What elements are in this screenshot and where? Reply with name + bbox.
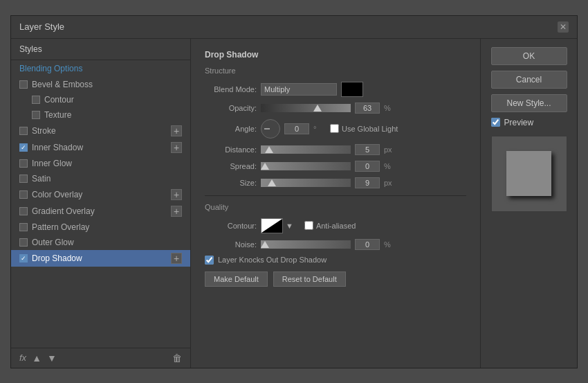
layer-item-inner-shadow-left: ✓ Inner Shadow [19,143,83,152]
layer-item-inner-glow[interactable]: Inner Glow [11,156,190,171]
add-gradient-overlay-button[interactable]: + [171,206,182,217]
preview-label: Preview [504,118,534,127]
layer-item-contour-left: Contour [32,95,74,105]
ok-button[interactable]: OK [491,47,567,65]
preview-checkbox-row[interactable]: Preview [491,118,567,127]
move-down-icon[interactable]: ▼ [47,353,57,364]
layer-item-color-overlay[interactable]: Color Overlay + [11,186,190,203]
layer-item-color-overlay-left: Color Overlay [19,190,82,199]
checkbox-texture[interactable] [32,111,40,119]
move-up-icon[interactable]: ▲ [32,353,42,364]
size-slider-track[interactable] [261,179,351,187]
layer-item-pattern-overlay-left: Pattern Overlay [19,222,89,232]
dialog-body: Styles Blending Options Bevel & Emboss C… [11,39,577,368]
title-bar: Layer Style ✕ [11,16,577,39]
label-inner-glow: Inner Glow [32,159,72,168]
layer-item-stroke-left: Stroke [19,126,56,136]
contour-preview[interactable] [261,218,283,233]
blend-mode-label: Blend Mode: [205,85,257,93]
checkbox-pattern-overlay[interactable] [19,223,28,231]
layer-item-gradient-overlay-left: Gradient Overlay [19,206,95,216]
angle-label: Angle: [205,125,257,133]
distance-slider-thumb[interactable] [265,146,273,153]
dialog-title: Layer Style [19,21,64,32]
checkbox-contour[interactable] [32,96,40,104]
size-unit: px [384,179,396,187]
layer-item-drop-shadow-left: ✓ Drop Shadow [19,253,82,263]
layer-item-outer-glow[interactable]: Outer Glow [11,235,190,250]
size-slider-thumb[interactable] [268,179,276,186]
checkbox-drop-shadow[interactable]: ✓ [19,254,28,262]
opacity-slider-track[interactable] [261,104,351,112]
preview-checkbox[interactable] [491,118,500,127]
layer-item-satin[interactable]: Satin [11,171,190,186]
checkbox-stroke[interactable] [19,127,28,135]
left-panel: Styles Blending Options Bevel & Emboss C… [11,39,191,368]
add-color-overlay-button[interactable]: + [171,189,182,200]
shadow-color-swatch[interactable] [341,82,363,97]
distance-slider-track[interactable] [261,145,351,154]
checkbox-outer-glow[interactable] [19,238,28,247]
noise-row: Noise: % [205,239,466,250]
contour-control: ▼ [261,218,293,233]
noise-unit: % [384,240,396,249]
add-inner-shadow-button[interactable]: + [171,142,182,153]
blending-options-item[interactable]: Blending Options [11,60,190,77]
new-style-button[interactable]: New Style... [491,94,567,112]
layer-item-drop-shadow[interactable]: ✓ Drop Shadow + [11,250,190,267]
layer-item-bevel-emboss[interactable]: Bevel & Emboss [11,77,190,92]
use-global-light-checkbox-row[interactable]: Use Global Light [330,124,398,133]
delete-icon[interactable]: 🗑 [172,353,182,364]
add-drop-shadow-button[interactable]: + [171,253,182,264]
angle-row: Angle: ° Use Global Light [205,119,466,139]
label-drop-shadow: Drop Shadow [32,253,82,263]
spread-slider-thumb[interactable] [261,163,269,170]
checkbox-bevel-emboss[interactable] [19,80,28,89]
angle-dial[interactable] [261,119,280,139]
opacity-slider-thumb[interactable] [313,105,322,112]
layer-item-inner-glow-left: Inner Glow [19,159,72,168]
opacity-slider-container [261,104,351,112]
angle-input[interactable] [284,123,309,134]
checkbox-inner-glow[interactable] [19,159,28,168]
checkbox-satin[interactable] [19,175,28,183]
noise-input[interactable] [355,239,380,250]
anti-aliased-checkbox[interactable] [304,221,313,230]
layer-item-contour[interactable]: Contour [11,92,190,107]
fx-icon[interactable]: fx [19,353,26,363]
label-bevel-emboss: Bevel & Emboss [32,80,93,89]
layer-item-outer-glow-left: Outer Glow [19,238,74,247]
distance-row: Distance: px [205,144,466,155]
cancel-button[interactable]: Cancel [491,71,567,89]
blend-mode-select[interactable]: Multiply Normal Screen Overlay [261,83,337,96]
checkbox-gradient-overlay[interactable] [19,207,28,215]
section-divider [205,195,466,196]
layer-item-pattern-overlay[interactable]: Pattern Overlay [11,220,190,235]
size-input[interactable] [355,177,380,188]
checkbox-color-overlay[interactable] [19,190,28,199]
make-default-button[interactable]: Make Default [205,271,268,287]
quality-title: Quality [205,203,466,211]
spread-slider-track[interactable] [261,162,351,170]
knocks-out-row: Layer Knocks Out Drop Shadow [205,256,466,265]
reset-to-default-button[interactable]: Reset to Default [273,271,346,287]
layer-item-gradient-overlay[interactable]: Gradient Overlay + [11,203,190,220]
blend-mode-row: Blend Mode: Multiply Normal Screen Overl… [205,82,466,97]
label-color-overlay: Color Overlay [32,190,82,199]
add-stroke-button[interactable]: + [171,125,182,136]
layer-item-stroke[interactable]: Stroke + [11,123,190,139]
layer-item-texture[interactable]: Texture [11,107,190,123]
noise-slider-track[interactable] [261,240,351,249]
opacity-input[interactable] [355,103,380,114]
checkbox-inner-shadow[interactable]: ✓ [19,143,28,152]
noise-slider-thumb[interactable] [261,241,269,248]
contour-dropdown-icon[interactable]: ▼ [286,222,293,230]
use-global-light-checkbox[interactable] [330,124,339,133]
knocks-out-checkbox[interactable] [205,256,214,265]
anti-aliased-label: Anti-aliased [316,222,356,230]
close-button[interactable]: ✕ [558,21,569,33]
layer-item-inner-shadow[interactable]: ✓ Inner Shadow + [11,139,190,156]
contour-row: Contour: ▼ Anti-aliased [205,218,466,233]
spread-input[interactable] [355,161,380,172]
distance-input[interactable] [355,144,380,155]
